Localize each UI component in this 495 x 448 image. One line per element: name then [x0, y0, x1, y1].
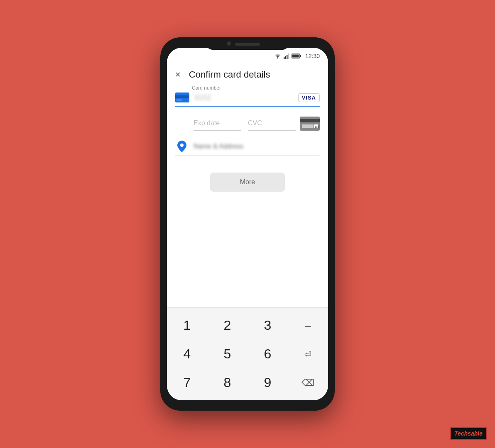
card-number-row: VISA — [175, 93, 320, 107]
address-row — [175, 141, 320, 156]
battery-icon — [292, 53, 301, 59]
svg-rect-4 — [288, 54, 289, 59]
key-3[interactable]: 3 — [248, 311, 288, 340]
address-section — [175, 141, 320, 156]
card-number-section: Card number VISA — [175, 85, 320, 107]
location-icon — [177, 141, 186, 152]
app-content: × Confirm card details Card number — [167, 63, 328, 400]
key-5[interactable]: 5 — [207, 340, 248, 368]
techsable-watermark: Techsable — [450, 427, 487, 440]
key-6[interactable]: 6 — [248, 340, 288, 368]
svg-rect-11 — [300, 117, 320, 131]
page-title: Confirm card details — [189, 69, 270, 80]
credit-card-icon — [175, 93, 189, 102]
close-button[interactable]: × — [175, 69, 181, 80]
key-2[interactable]: 2 — [207, 311, 248, 340]
cvc-placeholder: CVC — [248, 119, 262, 127]
phone-device: 12:30 × Confirm card details Card number — [160, 37, 335, 411]
wifi-icon — [274, 53, 282, 59]
svg-rect-6 — [292, 55, 299, 58]
phone-speaker — [235, 43, 260, 46]
card-number-label: Card number — [175, 85, 320, 91]
exp-date-placeholder: Exp date — [194, 119, 220, 127]
keypad-row-3: 7 8 9 ⌫ — [167, 368, 328, 397]
key-4[interactable]: 4 — [167, 340, 207, 368]
keypad: 1 2 3 – 4 5 6 ⏎ 7 8 9 ⌫ — [167, 307, 328, 400]
more-button[interactable]: More — [210, 173, 285, 192]
exp-date-field[interactable]: Exp date — [194, 119, 241, 131]
more-button-container: More — [175, 166, 320, 197]
exp-cvc-row: Exp date CVC 123 — [175, 117, 320, 131]
svg-rect-3 — [287, 55, 288, 59]
key-return[interactable]: ⏎ — [288, 340, 328, 368]
svg-text:123: 123 — [315, 126, 319, 128]
keypad-row-2: 4 5 6 ⏎ — [167, 340, 328, 368]
status-icons: 12:30 — [274, 53, 320, 59]
card-number-input[interactable] — [194, 93, 293, 102]
status-bar: 12:30 — [167, 48, 328, 63]
svg-rect-7 — [300, 55, 301, 57]
keypad-row-1: 1 2 3 – — [167, 311, 328, 340]
svg-rect-13 — [302, 124, 314, 128]
key-7[interactable]: 7 — [167, 368, 207, 397]
phone-camera — [227, 41, 231, 46]
key-8[interactable]: 8 — [207, 368, 248, 397]
signal-icon — [284, 53, 289, 59]
form-area: Card number VISA — [167, 85, 328, 307]
svg-rect-9 — [175, 95, 189, 98]
location-icon-wrapper — [175, 141, 189, 152]
svg-point-16 — [180, 144, 184, 147]
svg-rect-12 — [300, 119, 320, 122]
key-9[interactable]: 9 — [248, 368, 288, 397]
key-1[interactable]: 1 — [167, 311, 207, 340]
cvc-card-icon: 123 — [300, 117, 320, 131]
name-address-input[interactable] — [194, 143, 320, 150]
svg-point-0 — [277, 58, 278, 59]
phone-notch — [206, 37, 289, 50]
svg-rect-2 — [285, 56, 286, 59]
visa-badge: VISA — [298, 93, 320, 102]
svg-rect-10 — [176, 99, 181, 101]
cvc-field[interactable]: CVC — [248, 119, 296, 131]
exp-cvc-section: Exp date CVC 123 — [175, 117, 320, 131]
techsable-text: Techsable — [454, 430, 483, 437]
card-icon-wrapper — [175, 93, 189, 102]
key-dash[interactable]: – — [288, 311, 328, 340]
phone-screen: 12:30 × Confirm card details Card number — [167, 48, 328, 400]
status-time: 12:30 — [305, 53, 320, 59]
app-header: × Confirm card details — [167, 63, 328, 85]
key-backspace[interactable]: ⌫ — [288, 368, 328, 397]
svg-rect-1 — [284, 57, 285, 59]
